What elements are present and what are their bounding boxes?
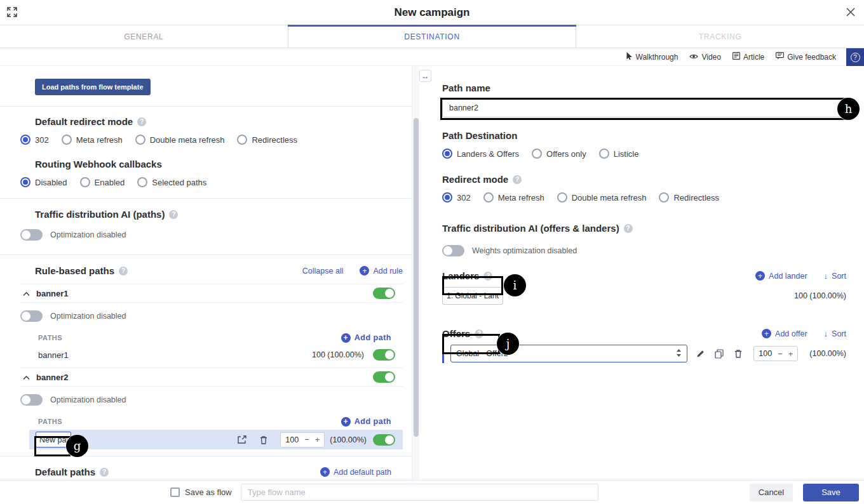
- radio-offers-only[interactable]: Offers only: [532, 149, 586, 159]
- left-pane-scrollbar[interactable]: [412, 66, 419, 480]
- article-link[interactable]: Article: [732, 52, 764, 62]
- new-path-name-input[interactable]: [36, 432, 71, 448]
- help-icon[interactable]: ?: [513, 175, 522, 184]
- radio-redirectless-dest[interactable]: Redirectless: [659, 192, 719, 202]
- radio-listicle[interactable]: Listicle: [599, 149, 639, 159]
- increase-weight-button[interactable]: +: [315, 435, 320, 444]
- save-as-flow-checkbox[interactable]: [170, 487, 180, 497]
- tab-destination[interactable]: DESTINATION: [288, 25, 577, 48]
- help-icon[interactable]: ?: [483, 272, 492, 281]
- weights-optimization-toggle[interactable]: [442, 245, 464, 256]
- optimization-label: Optimization disabled: [50, 312, 126, 321]
- rule-banner2-enabled-toggle[interactable]: [373, 371, 395, 383]
- lander-row[interactable]: 100 (100.00%): [442, 286, 846, 305]
- rule-banner1-enabled-toggle[interactable]: [373, 288, 395, 299]
- add-offer-button[interactable]: + Add offer: [762, 329, 807, 338]
- sort-offers-button[interactable]: ↓ Sort: [824, 329, 846, 338]
- help-icon[interactable]: ?: [100, 468, 109, 477]
- move-path-button[interactable]: [236, 434, 248, 446]
- help-icon[interactable]: ?: [169, 210, 178, 219]
- help-icon[interactable]: ?: [137, 117, 146, 126]
- scrollbar-thumb[interactable]: [414, 118, 419, 437]
- radio-label: Redirectless: [252, 135, 297, 145]
- tab-general[interactable]: GENERAL: [0, 25, 288, 48]
- radio-enabled[interactable]: Enabled: [80, 177, 125, 187]
- default-redirect-mode-options: 302 Meta refresh Double meta refresh Red…: [20, 135, 403, 145]
- path-enabled-toggle[interactable]: [373, 434, 395, 446]
- radio-label: 302: [457, 193, 471, 202]
- add-lander-button[interactable]: + Add lander: [755, 271, 807, 281]
- radio-dot: [135, 135, 145, 145]
- radio-label: Disabled: [35, 178, 67, 187]
- article-label: Article: [743, 53, 764, 62]
- radio-double-meta-refresh-dest[interactable]: Double meta refresh: [557, 192, 647, 202]
- radio-meta-refresh[interactable]: Meta refresh: [62, 135, 123, 145]
- rule-banner1-header[interactable]: banner1: [20, 284, 403, 303]
- radio-302[interactable]: 302: [20, 135, 49, 145]
- help-button[interactable]: ?: [846, 48, 864, 66]
- radio-selected-paths[interactable]: Selected paths: [137, 177, 206, 187]
- selected-row-accent: [442, 344, 444, 363]
- add-default-path-button[interactable]: + Add default path: [320, 467, 391, 477]
- decrease-weight-button[interactable]: −: [304, 435, 309, 444]
- sort-landers-button[interactable]: ↓ Sort: [824, 271, 846, 281]
- plus-icon: +: [762, 329, 771, 338]
- add-rule-button[interactable]: + Add rule: [360, 266, 403, 275]
- add-path-button[interactable]: + Add path: [341, 333, 391, 343]
- cancel-button[interactable]: Cancel: [750, 484, 793, 501]
- path-enabled-toggle[interactable]: [373, 349, 395, 361]
- radio-label: Double meta refresh: [150, 135, 225, 145]
- offer-row[interactable]: Global - Offer2 100 − + (100.00%): [442, 344, 846, 363]
- add-path-button[interactable]: + Add path: [341, 417, 391, 427]
- redirect-webhook-section: Default redirect mode ? 302 Meta refresh…: [0, 107, 412, 199]
- chevron-up-icon[interactable]: [23, 289, 30, 298]
- landers-title: Landers: [442, 270, 479, 281]
- radio-meta-refresh-dest[interactable]: Meta refresh: [483, 192, 544, 202]
- radio-redirectless[interactable]: Redirectless: [237, 135, 297, 145]
- spinner-icon[interactable]: [676, 348, 682, 359]
- radio-302-dest[interactable]: 302: [442, 192, 471, 202]
- rule-banner1-optimization-toggle[interactable]: [20, 310, 43, 322]
- path-name-input[interactable]: [442, 98, 846, 117]
- default-redirect-mode-heading: Default redirect mode ?: [35, 116, 403, 127]
- plus-icon: +: [341, 417, 351, 427]
- chevron-up-icon[interactable]: [23, 373, 30, 382]
- resize-handle-icon[interactable]: ↔: [419, 70, 431, 82]
- radio-double-meta-refresh[interactable]: Double meta refresh: [135, 135, 225, 145]
- decrease-weight-button[interactable]: −: [778, 350, 783, 358]
- path-row-new-path[interactable]: 100 − + (100.00%): [29, 430, 403, 449]
- rule-banner1-optimization-row: Optimization disabled: [20, 310, 403, 322]
- lander-name-input[interactable]: [442, 287, 503, 305]
- help-icon[interactable]: ?: [119, 267, 128, 275]
- edit-offer-button[interactable]: [694, 347, 706, 360]
- save-button[interactable]: Save: [803, 484, 859, 501]
- offer-select[interactable]: Global - Offer2: [450, 345, 687, 362]
- path-row-banner1[interactable]: banner1 100 (100.00%): [20, 346, 403, 364]
- rule-based-paths-title: Rule-based paths: [35, 265, 114, 276]
- radio-disabled[interactable]: Disabled: [20, 177, 67, 187]
- save-as-flow-option[interactable]: Save as flow: [170, 487, 232, 497]
- radio-label: Double meta refresh: [572, 193, 647, 202]
- rule-banner2-header[interactable]: banner2: [20, 368, 403, 387]
- help-icon[interactable]: ?: [475, 329, 483, 338]
- delete-path-button[interactable]: [257, 434, 270, 446]
- traffic-ai-offers-landers-title: Traffic distribution AI (offers & lander…: [442, 223, 619, 234]
- walkthrough-link[interactable]: Walkthrough: [626, 52, 678, 62]
- collapse-all-link[interactable]: Collapse all: [302, 267, 344, 275]
- duplicate-offer-button[interactable]: [713, 347, 726, 360]
- delete-offer-button[interactable]: [732, 347, 745, 360]
- rule-banner2-optimization-toggle[interactable]: [20, 394, 43, 406]
- radio-dot: [20, 135, 30, 145]
- close-icon[interactable]: [844, 5, 858, 19]
- video-link[interactable]: Video: [689, 53, 720, 62]
- paths-optimization-toggle[interactable]: [20, 229, 43, 241]
- increase-weight-button[interactable]: +: [788, 350, 793, 358]
- flow-name-input[interactable]: [241, 484, 598, 501]
- give-feedback-link[interactable]: Give feedback: [776, 52, 836, 62]
- help-icon[interactable]: ?: [624, 224, 633, 233]
- radio-dot: [483, 192, 494, 202]
- expand-icon[interactable]: [5, 5, 19, 19]
- load-paths-from-flow-template-button[interactable]: Load paths from flow template: [35, 79, 151, 95]
- tab-bar: GENERAL DESTINATION TRACKING: [0, 25, 864, 48]
- radio-landers-offers[interactable]: Landers & Offers: [442, 149, 519, 159]
